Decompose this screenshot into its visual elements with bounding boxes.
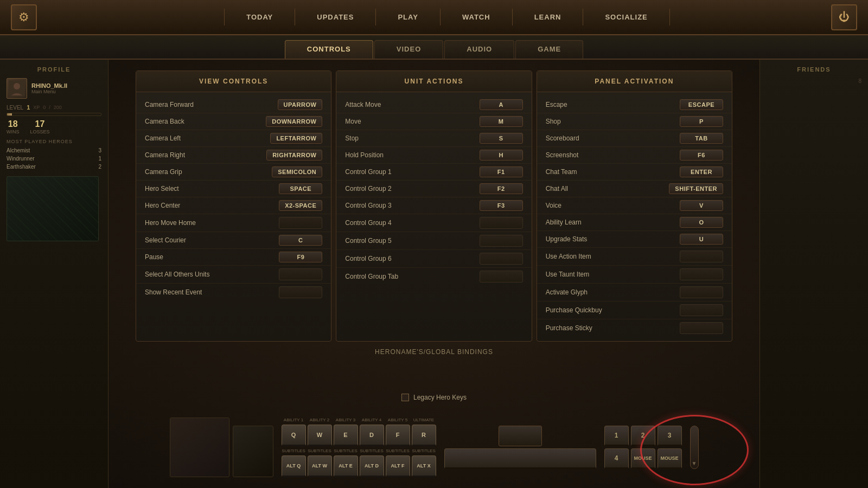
power-button[interactable]: ⏻ <box>831 4 857 30</box>
panel-activation-key[interactable]: P <box>680 116 723 127</box>
panel-activation-label: Upgrade Stats <box>546 235 680 243</box>
panel-activation-label: Use Action Item <box>546 253 680 260</box>
panel-activation-key[interactable]: ESCAPE <box>680 99 723 110</box>
panel-activation-key[interactable]: O <box>680 217 723 228</box>
panel-activation-label: Scoreboard <box>546 134 680 142</box>
unit-action-label: Control Group 2 <box>345 185 479 192</box>
top-bar: ⚙ TODAY UPDATES PLAY WATCH LEARN SOCIALI… <box>0 0 868 35</box>
nav-today[interactable]: TODAY <box>224 9 295 25</box>
unit-action-key[interactable]: F3 <box>480 200 523 211</box>
view-control-key[interactable] <box>279 217 322 229</box>
panel-activation-label: Ability Learn <box>546 219 680 226</box>
view-control-key[interactable]: X2-SPACE <box>279 200 322 211</box>
tab-game[interactable]: GAME <box>515 40 583 59</box>
view-control-label: Camera Back <box>145 118 266 125</box>
view-control-label: Select All Others Units <box>145 271 279 278</box>
panel-activation-row: Use Taunt Item <box>537 266 732 284</box>
unit-action-label: Hold Position <box>345 151 479 159</box>
nav-socialize[interactable]: SOCIALIZE <box>583 9 669 25</box>
panel-activation-key[interactable]: F6 <box>680 150 723 160</box>
unit-action-key[interactable]: H <box>480 150 523 160</box>
unit-action-row: Control Group 1 F1 <box>336 164 531 181</box>
tab-controls[interactable]: CONTROLS <box>285 40 373 59</box>
view-control-key[interactable] <box>279 286 322 298</box>
main-content: VIEW CONTROLS Camera Forward UPARROW Cam… <box>0 60 868 488</box>
unit-action-key[interactable]: F1 <box>480 166 523 177</box>
gear-button[interactable]: ⚙ <box>11 4 37 30</box>
panel-activation-row: Escape ESCAPE <box>537 97 732 113</box>
unit-action-row: Control Group 2 F2 <box>336 181 531 197</box>
legacy-keys-checkbox[interactable] <box>401 394 409 401</box>
unit-action-key[interactable] <box>480 217 523 229</box>
view-control-key[interactable]: C <box>279 235 322 246</box>
panel-activation-key[interactable]: V <box>680 200 723 211</box>
view-control-row: Camera Right RIGHTARROW <box>136 147 331 164</box>
panel-activation-key[interactable]: ENTER <box>680 166 723 177</box>
view-control-row: Select Courier C <box>136 232 331 249</box>
panel-activation-row: Purchase Quickbuy <box>537 301 732 319</box>
unit-action-key[interactable]: F2 <box>480 183 523 194</box>
view-control-row: Hero Move Home <box>136 214 331 232</box>
unit-actions-panel: UNIT ACTIONS Attack Move A Move M Stop S… <box>336 70 532 342</box>
nav-watch[interactable]: WATCH <box>441 9 513 25</box>
view-control-row: Camera Back DOWNARROW <box>136 113 331 130</box>
panel-activation-key[interactable]: SHIFT-ENTER <box>669 183 723 194</box>
view-control-key[interactable]: UPARROW <box>278 99 323 110</box>
tab-audio[interactable]: AUDIO <box>444 40 514 59</box>
unit-action-label: Control Group 5 <box>345 237 479 245</box>
view-control-label: Hero Move Home <box>145 219 279 227</box>
panel-activation-key[interactable] <box>680 268 723 280</box>
unit-action-key[interactable] <box>480 253 523 265</box>
view-controls-panel: VIEW CONTROLS Camera Forward UPARROW Cam… <box>136 70 331 342</box>
top-navigation: TODAY UPDATES PLAY WATCH LEARN SOCIALIZE <box>224 9 670 25</box>
panel-activation-key[interactable] <box>680 304 723 316</box>
panel-activation-key[interactable] <box>680 251 723 262</box>
view-control-key[interactable]: SPACE <box>279 183 322 194</box>
global-bindings-label: HERONAME'S/GLOBAL BINDINGS <box>375 348 493 356</box>
unit-action-label: Control Group 1 <box>345 168 479 176</box>
panel-activation-row: Scoreboard TAB <box>537 130 732 147</box>
view-control-row: Hero Center X2-SPACE <box>136 197 331 214</box>
view-control-key[interactable]: F9 <box>279 252 322 262</box>
unit-action-row: Control Group 5 <box>336 232 531 250</box>
view-control-key[interactable] <box>279 268 322 280</box>
view-control-key[interactable]: RIGHTARROW <box>266 150 322 160</box>
nav-updates[interactable]: UPDATES <box>295 9 376 25</box>
view-controls-body: Camera Forward UPARROW Camera Back DOWNA… <box>136 92 331 305</box>
view-control-label: Camera Right <box>145 151 266 159</box>
panel-activation-key[interactable]: TAB <box>680 133 723 144</box>
panel-activation-key[interactable]: U <box>680 234 723 245</box>
panel-activation-row: Chat Team ENTER <box>537 164 732 181</box>
view-control-key[interactable]: SEMICOLON <box>272 166 322 177</box>
nav-learn[interactable]: LEARN <box>513 9 584 25</box>
panel-activation-label: Chat Team <box>546 168 680 176</box>
tab-video[interactable]: VIDEO <box>374 40 443 59</box>
unit-action-key[interactable] <box>480 271 523 282</box>
panel-activation-header: PANEL ACTIVATION <box>537 71 732 92</box>
nav-play[interactable]: PLAY <box>376 9 440 25</box>
panel-activation-key[interactable] <box>680 286 723 298</box>
unit-action-key[interactable]: A <box>480 99 523 110</box>
unit-action-key[interactable]: S <box>480 133 523 144</box>
panel-activation-row: Use Action Item <box>537 248 732 266</box>
unit-action-label: Attack Move <box>345 101 479 108</box>
unit-action-row: Control Group 3 F3 <box>336 197 531 214</box>
panel-activation-key[interactable] <box>680 322 723 334</box>
unit-action-label: Control Group 3 <box>345 202 479 209</box>
panel-activation-row: Voice V <box>537 197 732 214</box>
unit-action-row: Stop S <box>336 130 531 147</box>
unit-action-key[interactable]: M <box>480 116 523 127</box>
panel-activation-row: Activate Glyph <box>537 284 732 301</box>
panel-activation-label: Purchase Quickbuy <box>546 306 680 314</box>
panel-activation-row: Upgrade Stats U <box>537 231 732 248</box>
view-control-key[interactable]: DOWNARROW <box>266 116 322 127</box>
panel-activation-panel: PANEL ACTIVATION Escape ESCAPE Shop P Sc… <box>537 70 732 342</box>
panel-activation-row: Shop P <box>537 113 732 130</box>
view-control-label: Hero Select <box>145 185 279 192</box>
unit-action-row: Control Group Tab <box>336 268 531 285</box>
unit-action-key[interactable] <box>480 235 523 247</box>
view-control-label: Select Courier <box>145 236 279 244</box>
unit-action-row: Control Group 6 <box>336 250 531 268</box>
view-control-key[interactable]: LEFTARROW <box>270 133 322 144</box>
panel-activation-label: Activate Glyph <box>546 288 680 296</box>
